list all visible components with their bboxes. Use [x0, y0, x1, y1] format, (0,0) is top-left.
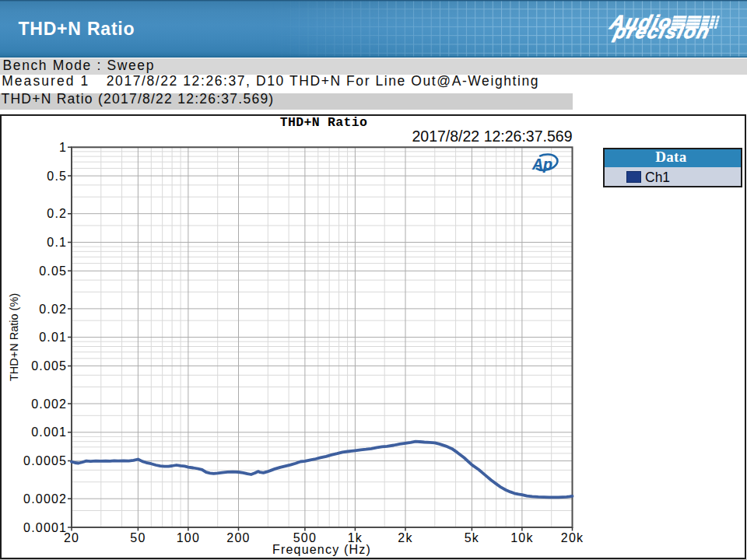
svg-text:THD+N Ratio: THD+N Ratio — [280, 115, 368, 130]
svg-text:1: 1 — [59, 141, 67, 154]
svg-text:0.001: 0.001 — [31, 425, 67, 439]
svg-text:Ap: Ap — [531, 156, 552, 173]
svg-text:THD+N Ratio (%): THD+N Ratio (%) — [8, 293, 20, 381]
svg-text:0.0005: 0.0005 — [23, 454, 67, 467]
svg-text:0.0001: 0.0001 — [23, 521, 67, 534]
svg-text:0.0002: 0.0002 — [23, 492, 67, 506]
svg-text:0.005: 0.005 — [31, 359, 67, 373]
svg-text:0.05: 0.05 — [39, 264, 67, 278]
svg-text:10k: 10k — [510, 531, 533, 544]
svg-text:20: 20 — [64, 531, 79, 544]
svg-text:200: 200 — [226, 531, 250, 544]
svg-text:50: 50 — [130, 531, 146, 544]
svg-text:2017/8/22 12:26:37.569: 2017/8/22 12:26:37.569 — [412, 128, 572, 145]
svg-text:2k: 2k — [398, 531, 412, 544]
svg-text:0.02: 0.02 — [39, 303, 67, 316]
svg-text:5k: 5k — [465, 531, 479, 544]
svg-text:0.01: 0.01 — [39, 331, 67, 344]
svg-text:0.1: 0.1 — [47, 236, 67, 249]
svg-text:0.5: 0.5 — [47, 170, 67, 183]
svg-text:Frequency (Hz): Frequency (Hz) — [272, 543, 371, 556]
svg-text:20k: 20k — [561, 531, 584, 544]
svg-text:0.2: 0.2 — [47, 207, 67, 220]
svg-text:100: 100 — [177, 531, 200, 544]
svg-text:0.002: 0.002 — [31, 397, 67, 411]
